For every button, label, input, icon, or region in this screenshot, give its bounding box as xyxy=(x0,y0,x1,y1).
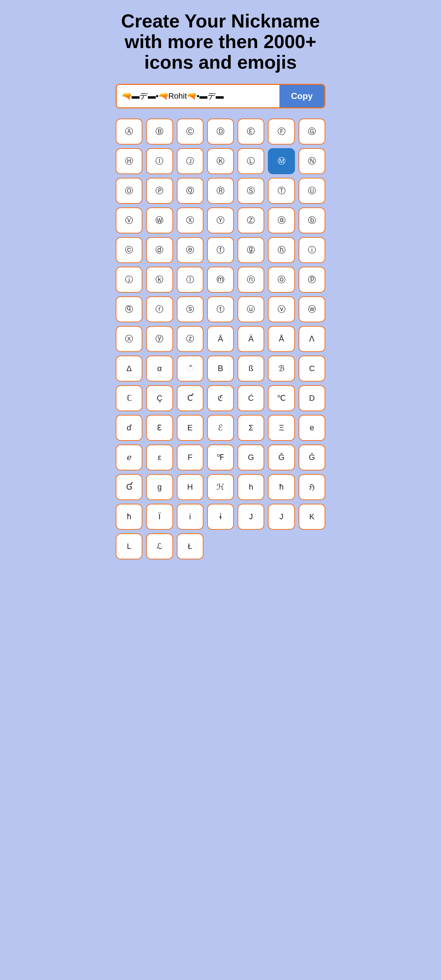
char-button[interactable]: ℰ xyxy=(207,415,234,441)
char-button[interactable]: ⓢ xyxy=(177,296,204,322)
char-button[interactable]: J xyxy=(237,504,264,530)
char-button[interactable]: α xyxy=(146,356,173,382)
char-button[interactable]: G xyxy=(237,444,264,471)
char-button[interactable]: ℂ xyxy=(116,385,142,411)
char-button[interactable]: Ⓔ xyxy=(237,119,264,145)
char-button[interactable]: Ⓕ xyxy=(268,119,295,145)
char-button[interactable]: ⓤ xyxy=(237,296,264,322)
char-button[interactable]: ℌ xyxy=(299,474,325,500)
char-button[interactable]: Ⓐ xyxy=(116,119,142,145)
char-button[interactable]: e xyxy=(299,415,325,441)
char-button[interactable]: ß xyxy=(237,356,264,382)
char-button[interactable]: ℃ xyxy=(268,385,295,411)
char-button[interactable]: ⓟ xyxy=(299,267,325,293)
char-button[interactable]: ⓑ xyxy=(299,207,325,234)
char-button[interactable]: D xyxy=(299,385,325,411)
char-button[interactable]: ஂ xyxy=(177,356,204,382)
char-button[interactable]: Ⓟ xyxy=(146,178,173,204)
char-button[interactable]: Ç xyxy=(146,385,173,411)
char-button[interactable]: ⓙ xyxy=(116,267,142,293)
char-button[interactable]: Ⓛ xyxy=(237,148,264,174)
char-button[interactable]: Ⓒ xyxy=(177,119,204,145)
char-button[interactable]: Ⓣ xyxy=(268,178,295,204)
char-button[interactable]: ℉ xyxy=(207,444,234,471)
copy-button[interactable]: Copy xyxy=(279,85,324,107)
char-button[interactable]: Ğ xyxy=(268,444,295,471)
char-button[interactable]: g xyxy=(146,474,173,500)
char-button[interactable]: Ⓥ xyxy=(116,207,142,234)
char-button[interactable]: i xyxy=(177,504,204,530)
char-button[interactable]: Ć xyxy=(237,385,264,411)
char-button[interactable]: Ⓤ xyxy=(299,178,325,204)
char-button[interactable]: Ⓓ xyxy=(207,119,234,145)
char-button[interactable]: ⓖ xyxy=(237,237,264,263)
char-button[interactable]: ⓕ xyxy=(207,237,234,263)
char-button[interactable]: ⓛ xyxy=(177,267,204,293)
char-button[interactable]: Ƈ xyxy=(177,385,204,411)
char-button[interactable]: ď xyxy=(116,415,142,441)
char-button[interactable]: Ä xyxy=(237,326,264,352)
char-button[interactable]: Ⓠ xyxy=(177,178,204,204)
char-button[interactable]: ⓔ xyxy=(177,237,204,263)
char-button[interactable]: ℬ xyxy=(268,356,295,382)
char-button[interactable]: Ⓑ xyxy=(146,119,173,145)
char-button[interactable]: J xyxy=(268,504,295,530)
char-button[interactable]: Ⓨ xyxy=(207,207,234,234)
char-button[interactable]: Ⓘ xyxy=(146,148,173,174)
char-button[interactable]: ⓩ xyxy=(177,326,204,352)
char-button[interactable]: Ⓖ xyxy=(299,119,325,145)
char-button[interactable]: Ł xyxy=(177,533,204,559)
char-button[interactable]: ℯ xyxy=(116,444,142,471)
char-button[interactable]: Ɠ xyxy=(116,474,142,500)
char-button[interactable]: Ⓙ xyxy=(177,148,204,174)
char-button[interactable]: ħ xyxy=(116,504,142,530)
char-button[interactable]: Ⓦ xyxy=(146,207,173,234)
char-button[interactable]: Σ xyxy=(237,415,264,441)
char-button[interactable]: ⓝ xyxy=(237,267,264,293)
char-button[interactable]: ⓡ xyxy=(146,296,173,322)
char-button[interactable]: Ⓚ xyxy=(207,148,234,174)
char-button[interactable]: Δ xyxy=(116,356,142,382)
char-button[interactable]: ħ xyxy=(268,474,295,500)
char-button[interactable]: ℋ xyxy=(207,474,234,500)
char-button[interactable]: Ʌ xyxy=(299,326,325,352)
char-button[interactable]: ε xyxy=(146,444,173,471)
char-button[interactable]: F xyxy=(177,444,204,471)
char-button[interactable]: Ⓗ xyxy=(116,148,142,174)
char-button[interactable]: ℒ xyxy=(146,533,173,559)
char-button[interactable]: K xyxy=(299,504,325,530)
char-button[interactable]: ɨ xyxy=(207,504,234,530)
char-button[interactable]: Ⓩ xyxy=(237,207,264,234)
char-button[interactable]: ℭ xyxy=(207,385,234,411)
char-button[interactable]: ⓧ xyxy=(116,326,142,352)
char-button[interactable]: ⓦ xyxy=(299,296,325,322)
char-button[interactable]: Ξ xyxy=(268,415,295,441)
char-button[interactable]: Ε xyxy=(177,415,204,441)
char-button[interactable]: ⓓ xyxy=(146,237,173,263)
char-button[interactable]: Ĝ xyxy=(299,444,325,471)
char-button[interactable]: ⓘ xyxy=(299,237,325,263)
char-button[interactable]: Ⓝ xyxy=(299,148,325,174)
char-button[interactable]: H xyxy=(177,474,204,500)
char-button[interactable]: ⓞ xyxy=(268,267,295,293)
char-button[interactable]: Å xyxy=(268,326,295,352)
char-button[interactable]: C xyxy=(299,356,325,382)
char-button[interactable]: Ᏼ xyxy=(207,356,234,382)
char-button[interactable]: Ⓡ xyxy=(207,178,234,204)
char-button[interactable]: Ⓜ xyxy=(268,148,295,174)
char-button[interactable]: ⓗ xyxy=(268,237,295,263)
char-button[interactable]: ⓣ xyxy=(207,296,234,322)
nickname-input[interactable] xyxy=(117,85,279,107)
char-button[interactable]: Ⓞ xyxy=(116,178,142,204)
char-button[interactable]: ⓠ xyxy=(116,296,142,322)
char-button[interactable]: ⓜ xyxy=(207,267,234,293)
char-button[interactable]: Ɛ xyxy=(146,415,173,441)
char-button[interactable]: ⓚ xyxy=(146,267,173,293)
char-button[interactable]: Ā xyxy=(207,326,234,352)
char-button[interactable]: ⓐ xyxy=(268,207,295,234)
char-button[interactable]: Ï xyxy=(146,504,173,530)
char-button[interactable]: L xyxy=(116,533,142,559)
char-button[interactable]: ⓒ xyxy=(116,237,142,263)
char-button[interactable]: h xyxy=(237,474,264,500)
char-button[interactable]: Ⓢ xyxy=(237,178,264,204)
